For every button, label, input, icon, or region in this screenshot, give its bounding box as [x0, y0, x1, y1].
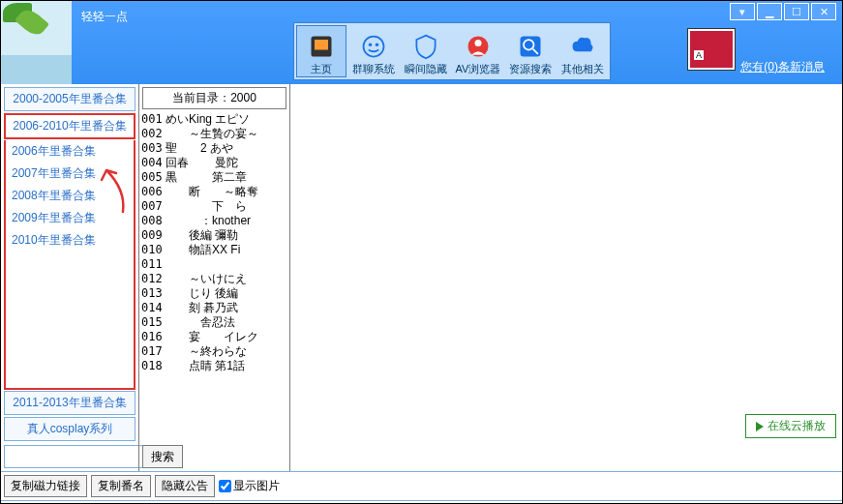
toolbar-search[interactable]: 资源搜索: [505, 25, 556, 77]
list-item[interactable]: 012 ～いけにえ: [141, 272, 287, 286]
search-button[interactable]: 搜索: [142, 445, 183, 468]
toolbar-other[interactable]: 其他相关: [557, 25, 608, 77]
app-title: 轻轻一点: [72, 1, 128, 84]
magnify-icon: [515, 31, 546, 62]
main-toolbar: 主页 群聊系统 瞬间隐藏 AV浏览器 资源搜索 其他相关: [293, 22, 611, 80]
svg-point-3: [369, 44, 373, 47]
svg-rect-1: [315, 40, 328, 50]
person-icon: [463, 31, 494, 62]
list-item[interactable]: 007 下 ら: [141, 199, 287, 214]
list-item[interactable]: 014 刻 碁乃武: [141, 301, 287, 315]
list-item[interactable]: 010 物語XX Fi: [141, 243, 287, 257]
maximize-button[interactable]: ☐: [784, 3, 809, 20]
file-column: 当前目录：2000 001 めいKing エピソ002 ～生贄の宴～003 聖 …: [138, 84, 290, 471]
category-sidebar: 2000-2005年里番合集 2006-2010年里番合集 2006年里番合集 …: [1, 84, 138, 471]
list-item[interactable]: 017 ～終わらな: [141, 344, 287, 359]
list-item[interactable]: 002 ～生贄の宴～: [141, 127, 287, 141]
subcat-2010[interactable]: 2010年里番合集: [6, 229, 134, 252]
svg-point-6: [475, 40, 482, 46]
copy-magnet-button[interactable]: 复制磁力链接: [4, 475, 87, 497]
content-panel: 在线云播放: [290, 84, 842, 471]
toolbar-chat[interactable]: 群聊系统: [348, 25, 399, 77]
subcat-2007[interactable]: 2007年里番合集: [6, 163, 134, 185]
list-item[interactable]: 001 めいKing エピソ: [141, 112, 287, 127]
window-controls: ▾ ▁ ☐ ✕: [730, 3, 836, 20]
app-logo: [1, 1, 72, 84]
subcat-2008[interactable]: 2008年里番合集: [6, 185, 134, 207]
list-item[interactable]: 009 後編 彌勒: [141, 228, 287, 243]
category-2000-2005[interactable]: 2000-2005年里番合集: [4, 87, 135, 111]
toolbar-hide[interactable]: 瞬间隐藏: [401, 25, 451, 77]
list-item[interactable]: 016 宴 イレク: [141, 330, 287, 344]
play-icon: [756, 422, 764, 431]
svg-point-4: [376, 44, 379, 47]
cloud-play-button[interactable]: 在线云播放: [745, 414, 836, 438]
category-2011-2013[interactable]: 2011-2013年里番合集: [4, 391, 135, 415]
chat-icon: [358, 31, 389, 62]
show-image-checkbox[interactable]: 显示图片: [219, 478, 280, 494]
list-item[interactable]: 013 じり 後編: [141, 286, 287, 301]
list-item[interactable]: 006 断 ～略奪: [141, 185, 287, 199]
category-cosplay[interactable]: 真人cosplay系列: [4, 417, 135, 441]
shield-icon: [410, 31, 441, 62]
copy-name-button[interactable]: 复制番名: [91, 475, 151, 497]
category-2006-2010[interactable]: 2006-2010年里番合集: [4, 113, 135, 139]
main-area: 2000-2005年里番合集 2006-2010年里番合集 2006年里番合集 …: [1, 84, 842, 471]
list-item[interactable]: 015 舎忍法: [141, 315, 287, 330]
list-item[interactable]: 003 聖 2 あや: [141, 141, 287, 156]
subcategory-list: 2006年里番合集 2007年里番合集 2008年里番合集 2009年里番合集 …: [4, 140, 135, 390]
home-icon: [306, 31, 337, 62]
subcat-2009[interactable]: 2009年里番合集: [6, 207, 134, 229]
cloud-icon: [567, 31, 598, 62]
list-item[interactable]: 008 ：knother: [141, 214, 287, 228]
bottom-toolbar: 复制磁力链接 复制番名 隐藏公告 显示图片: [1, 471, 842, 500]
file-list[interactable]: 001 めいKing エピソ002 ～生贄の宴～003 聖 2 あや 004 回…: [139, 112, 289, 442]
list-item[interactable]: 011: [141, 257, 287, 272]
brand-logo: [687, 28, 736, 71]
svg-point-2: [364, 37, 384, 57]
search-input[interactable]: [4, 445, 159, 468]
toolbar-browser[interactable]: AV浏览器: [453, 25, 503, 77]
list-item[interactable]: 005 黒 第二章: [141, 170, 287, 185]
magnet-row: 磁力链接: [1, 500, 842, 504]
hide-notice-button[interactable]: 隐藏公告: [155, 475, 215, 497]
current-dir-label: 当前目录：2000: [142, 87, 286, 109]
close-button[interactable]: ✕: [811, 3, 836, 20]
messages-link[interactable]: 您有(0)条新消息: [740, 59, 825, 75]
subcat-2006[interactable]: 2006年里番合集: [6, 140, 134, 163]
list-item[interactable]: 018 点睛 第1話: [141, 359, 287, 373]
minimize-button[interactable]: ▁: [757, 3, 782, 20]
titlebar: 轻轻一点 主页 群聊系统 瞬间隐藏 AV浏览器 资源搜索 其他相关 您有(0)条…: [1, 1, 842, 84]
dropdown-icon[interactable]: ▾: [730, 3, 755, 20]
list-item[interactable]: 004 回春 曼陀: [141, 156, 287, 170]
toolbar-home[interactable]: 主页: [296, 25, 346, 77]
